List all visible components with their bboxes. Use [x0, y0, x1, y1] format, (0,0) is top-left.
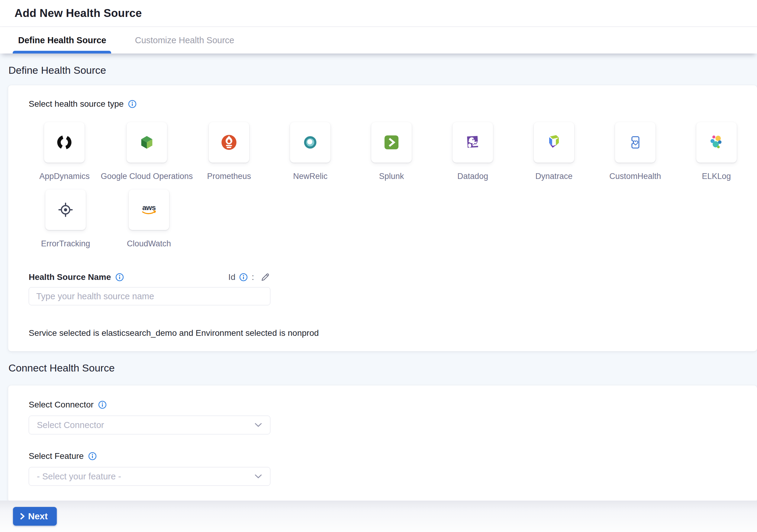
customhealth-icon [625, 133, 645, 152]
define-health-source-card: Select health source type AppDynamics [8, 85, 757, 351]
tile-label: Splunk [379, 172, 404, 181]
connector-select[interactable]: Select Connector [29, 416, 270, 434]
google-cloud-operations-icon [137, 132, 157, 152]
tile-label: CloudWatch [127, 239, 171, 248]
elklog-icon [707, 133, 726, 152]
tile-label: Google Cloud Operations [101, 172, 193, 181]
datadog-icon [463, 133, 482, 152]
tab-define-health-source[interactable]: Define Health Source [18, 27, 106, 53]
id-label: Id [228, 272, 235, 282]
tile-splunk[interactable]: Splunk [351, 122, 432, 181]
tile-appdynamics[interactable]: AppDynamics [24, 122, 105, 181]
splunk-icon [382, 133, 401, 152]
select-connector-label: Select Connector [29, 400, 94, 410]
tab-label: Define Health Source [18, 35, 106, 45]
health-source-name-row: Health Source Name Id : [29, 272, 270, 282]
feature-select-placeholder: - Select your feature - [37, 472, 121, 482]
cloudwatch-aws-icon: aws [139, 200, 159, 220]
tile-customhealth[interactable]: CustomHealth [594, 122, 676, 181]
info-icon[interactable] [115, 273, 124, 282]
tile-cloudwatch[interactable]: aws CloudWatch [107, 190, 191, 248]
dialog-header: Add New Health Source [0, 0, 757, 27]
health-source-tile-grid-row2: ErrorTracking aws CloudWatch [8, 190, 757, 248]
chevron-down-icon [254, 474, 262, 479]
tile-google-cloud-operations[interactable]: Google Cloud Operations [105, 122, 189, 181]
info-icon[interactable] [98, 400, 107, 409]
tile-label: Datadog [457, 172, 488, 181]
tile-datadog[interactable]: Datadog [432, 122, 514, 181]
tile-elklog[interactable]: ELKLog [676, 122, 757, 181]
tab-customize-health-source[interactable]: Customize Health Source [135, 27, 234, 53]
errortracking-icon [56, 200, 75, 219]
info-icon[interactable] [239, 273, 248, 282]
chevron-down-icon [254, 422, 262, 428]
id-group: Id : [228, 272, 270, 282]
info-icon[interactable] [128, 100, 137, 109]
tile-label: ErrorTracking [41, 239, 90, 248]
dynatrace-icon [544, 133, 564, 152]
prometheus-icon [219, 132, 239, 152]
health-source-name-label: Health Source Name [29, 272, 111, 282]
service-environment-note: Service selected is elasticsearch_demo a… [29, 328, 757, 338]
newrelic-icon [301, 133, 320, 152]
tile-label: Dynatrace [535, 172, 572, 181]
id-separator: : [252, 272, 254, 282]
feature-select[interactable]: - Select your feature - [29, 467, 270, 486]
appdynamics-icon [55, 133, 74, 152]
select-feature-label: Select Feature [29, 451, 84, 461]
tile-label: NewRelic [293, 172, 327, 181]
tile-newrelic[interactable]: NewRelic [270, 122, 351, 181]
tile-label: CustomHealth [609, 172, 661, 181]
connect-section-heading: Connect Health Source [9, 362, 757, 374]
wizard-tabbar: Define Health Source Customize Health So… [0, 27, 757, 53]
tile-label: AppDynamics [39, 172, 90, 181]
chevron-right-icon [20, 513, 24, 520]
tile-prometheus[interactable]: Prometheus [189, 122, 270, 181]
connect-health-source-card: Select Connector Select Connector Select… [8, 386, 757, 502]
pencil-edit-icon[interactable] [260, 272, 270, 282]
connector-select-placeholder: Select Connector [37, 420, 104, 430]
define-section-heading: Define Health Source [9, 64, 757, 76]
active-tab-underline [13, 51, 111, 53]
next-button-label: Next [28, 511, 48, 521]
tile-label: Prometheus [207, 172, 251, 181]
page-title: Add New Health Source [15, 7, 142, 20]
health-source-tile-grid-row1: AppDynamics Google Cloud Operations [8, 122, 757, 181]
next-button[interactable]: Next [13, 507, 57, 526]
wizard-footer: Next [0, 501, 757, 532]
select-type-label: Select health source type [29, 99, 124, 109]
tile-label: ELKLog [702, 172, 731, 181]
tile-errortracking[interactable]: ErrorTracking [24, 190, 107, 248]
tile-dynatrace[interactable]: Dynatrace [513, 122, 594, 181]
health-source-name-input[interactable] [29, 287, 270, 305]
tab-label: Customize Health Source [135, 35, 234, 45]
wizard-body: Define Health Source Select health sourc… [0, 64, 757, 502]
info-icon[interactable] [88, 452, 97, 461]
